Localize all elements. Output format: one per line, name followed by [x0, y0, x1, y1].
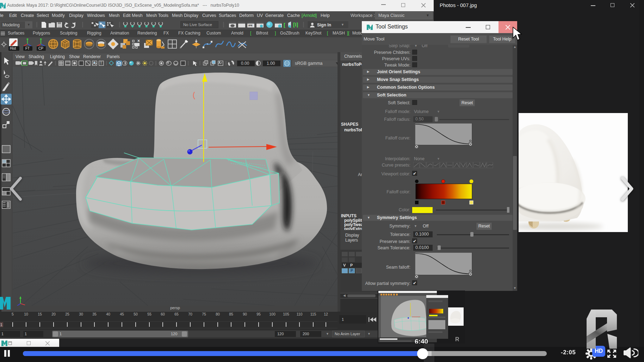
svg-text:80: 80: [216, 312, 220, 316]
svg-text:75: 75: [202, 312, 206, 316]
svg-text:T: T: [100, 61, 102, 65]
svg-text:5: 5: [12, 312, 14, 316]
svg-text:40: 40: [106, 312, 110, 316]
svg-text:55: 55: [147, 312, 151, 316]
svg-text:Hist: Hist: [10, 46, 16, 50]
svg-text:65: 65: [174, 312, 179, 316]
svg-text:20: 20: [51, 312, 56, 316]
svg-text:10: 10: [24, 312, 28, 316]
svg-text:110: 110: [297, 312, 303, 316]
svg-text:115: 115: [310, 312, 316, 316]
svg-text:12: 12: [324, 312, 328, 316]
svg-text:0.00: 0.00: [241, 61, 249, 66]
svg-text:95: 95: [256, 312, 261, 316]
svg-text:CP: CP: [38, 46, 43, 50]
svg-text:FT: FT: [25, 46, 30, 50]
svg-text:1.00: 1.00: [267, 61, 275, 66]
svg-text:[: [: [284, 22, 285, 28]
svg-text:50: 50: [134, 312, 138, 316]
svg-text:100: 100: [269, 312, 275, 316]
svg-text:×: ×: [137, 38, 140, 43]
svg-text:105: 105: [283, 312, 289, 316]
svg-text:60: 60: [161, 312, 165, 316]
svg-text:85: 85: [229, 312, 233, 316]
svg-text:45: 45: [120, 312, 124, 316]
svg-text:1: 1: [0, 323, 2, 327]
svg-text:15: 15: [38, 312, 42, 316]
svg-text:35: 35: [92, 312, 97, 316]
svg-text:25: 25: [65, 312, 69, 316]
svg-text:70: 70: [188, 312, 192, 316]
svg-text:IPR: IPR: [248, 24, 253, 27]
svg-text:sRGB gamma: sRGB gamma: [295, 61, 323, 66]
svg-text:90: 90: [243, 312, 247, 316]
svg-text:30: 30: [79, 312, 83, 316]
svg-text:1: 1: [342, 317, 344, 322]
